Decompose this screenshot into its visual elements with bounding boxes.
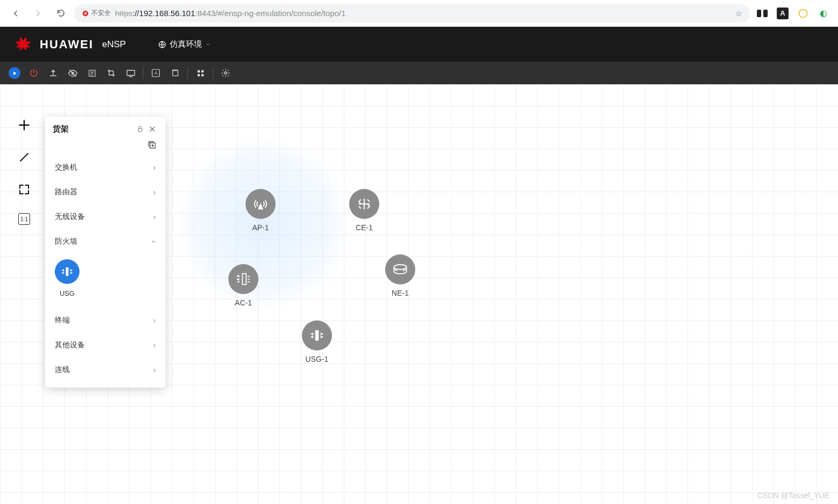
- node-label: NE-1: [392, 289, 409, 297]
- svg-rect-18: [66, 267, 69, 276]
- add-stack-icon[interactable]: [146, 139, 158, 151]
- ac-icon: [228, 264, 258, 294]
- svg-rect-21: [315, 331, 319, 341]
- browser-bar: 不安全 https://192.168.56.101:8443/#/ensp-n…: [0, 0, 838, 27]
- lock-icon[interactable]: [134, 123, 146, 135]
- chevron-right-icon: ›: [153, 213, 156, 221]
- chevron-right-icon: ›: [153, 188, 156, 196]
- category-terminal[interactable]: 终端›: [47, 308, 163, 333]
- usg-label: USG: [60, 289, 75, 297]
- settings-button[interactable]: [216, 64, 235, 82]
- svg-rect-12: [201, 70, 203, 72]
- usg-node-icon: [302, 320, 332, 350]
- extension-icon-4[interactable]: ◐: [818, 8, 829, 19]
- svg-rect-10: [173, 71, 178, 76]
- screen-button[interactable]: [121, 64, 140, 82]
- close-icon[interactable]: [146, 123, 158, 135]
- svg-rect-11: [197, 70, 199, 72]
- huawei-logo-icon: [13, 34, 33, 55]
- bookmark-icon[interactable]: ☆: [735, 9, 742, 18]
- node-label: USG-1: [306, 355, 329, 363]
- grid-button[interactable]: [191, 64, 210, 82]
- chevron-down-icon: ›: [150, 240, 159, 243]
- text-capture-button[interactable]: A: [147, 64, 165, 82]
- chevron-down-icon: [205, 41, 211, 47]
- shelf-panel: 货架 交换机› 路由器› 无线设备› 防火墙› USG 终端› 其他设备› 连线: [45, 116, 165, 388]
- power-button[interactable]: [25, 64, 43, 82]
- scale-tool[interactable]: 1:1: [18, 213, 30, 225]
- env-menu[interactable]: 仿真环境: [158, 39, 211, 49]
- node-ne-1[interactable]: NE-1: [385, 254, 415, 297]
- globe-icon: [158, 40, 167, 49]
- svg-rect-1: [757, 10, 761, 17]
- svg-rect-13: [197, 74, 199, 76]
- logo: HUAWEI eNSP: [13, 34, 126, 55]
- svg-rect-16: [139, 128, 142, 131]
- toolbar: A: [0, 62, 838, 84]
- svg-point-3: [799, 9, 807, 17]
- category-switch[interactable]: 交换机›: [47, 155, 163, 180]
- extension-icon-2[interactable]: A: [777, 8, 789, 19]
- brand-name: HUAWEI: [40, 38, 93, 52]
- crop-button[interactable]: [102, 64, 120, 82]
- url: https://192.168.56.101:8443/#/ensp-ng-em…: [115, 9, 346, 18]
- address-bar[interactable]: 不安全 https://192.168.56.101:8443/#/ensp-n…: [74, 4, 750, 23]
- reload-button[interactable]: [52, 4, 70, 23]
- svg-point-15: [225, 72, 227, 75]
- play-button[interactable]: [5, 64, 24, 82]
- insecure-badge: 不安全: [82, 9, 111, 18]
- node-label: AC-1: [235, 298, 252, 307]
- brand-sub: eNSP: [102, 39, 126, 50]
- visibility-button[interactable]: [63, 64, 82, 82]
- device-usg[interactable]: USG: [55, 259, 80, 297]
- category-router[interactable]: 路由器›: [47, 180, 163, 204]
- app-header: HUAWEI eNSP 仿真环境: [0, 27, 838, 62]
- node-ac-1[interactable]: AC-1: [228, 264, 258, 307]
- svg-rect-19: [242, 274, 246, 284]
- upload-button[interactable]: [44, 64, 62, 82]
- line-tool[interactable]: [16, 149, 33, 166]
- env-label: 仿真环境: [170, 39, 202, 49]
- svg-rect-2: [763, 10, 768, 17]
- add-tool[interactable]: [16, 116, 33, 134]
- extension-icon-1[interactable]: [756, 8, 768, 19]
- category-other[interactable]: 其他设备›: [47, 333, 163, 357]
- chevron-right-icon: ›: [153, 341, 156, 349]
- topology-canvas[interactable]: 1:1 货架 交换机› 路由器› 无线设备› 防火墙› USG: [0, 84, 838, 504]
- insecure-text: 不安全: [91, 9, 111, 18]
- node-ap-1[interactable]: AP-1: [245, 189, 276, 232]
- forward-button[interactable]: [29, 4, 47, 23]
- list-button[interactable]: [83, 64, 101, 82]
- node-label: AP-1: [252, 223, 269, 232]
- back-button[interactable]: [6, 4, 25, 23]
- node-ce-1[interactable]: CE-1: [349, 189, 379, 232]
- usg-icon: [55, 259, 80, 284]
- node-usg-1[interactable]: USG-1: [302, 320, 332, 363]
- windows-button[interactable]: [166, 64, 184, 82]
- ce-icon: [349, 189, 379, 219]
- svg-rect-14: [201, 74, 203, 76]
- ne-icon: [385, 254, 415, 284]
- chevron-right-icon: ›: [153, 366, 156, 374]
- ap-icon: [245, 189, 276, 219]
- category-wireless[interactable]: 无线设备›: [47, 204, 163, 229]
- svg-point-20: [394, 265, 406, 269]
- chevron-right-icon: ›: [153, 163, 156, 172]
- chevron-right-icon: ›: [153, 316, 156, 325]
- svg-rect-7: [127, 70, 134, 75]
- panel-title: 货架: [53, 124, 134, 134]
- category-link[interactable]: 连线›: [47, 357, 163, 382]
- canvas-tools: 1:1: [12, 116, 37, 225]
- category-firewall[interactable]: 防火墙›: [47, 229, 163, 254]
- watermark: CSDN @Tassel_YUE: [757, 491, 829, 500]
- fullscreen-tool[interactable]: [16, 181, 33, 198]
- extension-icon-3[interactable]: [797, 8, 809, 19]
- node-label: CE-1: [356, 223, 373, 232]
- svg-text:A: A: [154, 71, 157, 76]
